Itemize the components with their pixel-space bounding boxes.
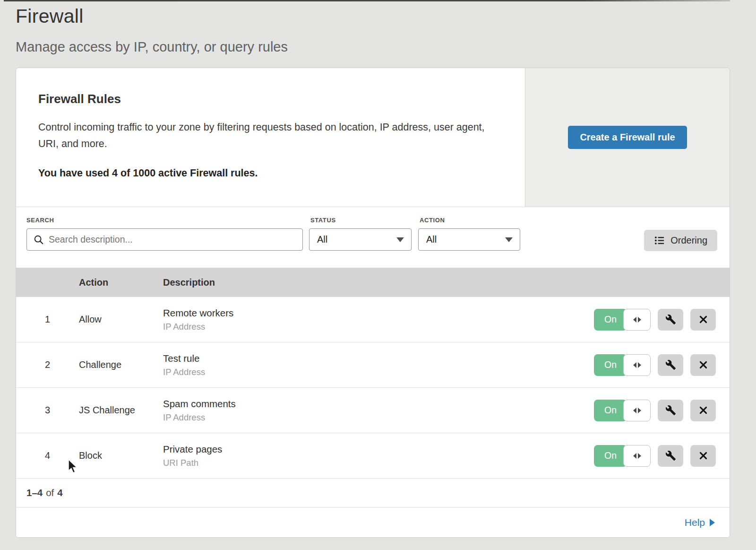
left-right-arrows-icon[interactable] xyxy=(623,309,651,331)
table-row: 3 JS Challenge Spam comments IP Address … xyxy=(16,388,730,433)
ordering-button[interactable]: Ordering xyxy=(644,230,717,251)
pagination-total: 4 xyxy=(57,487,62,498)
delete-rule-button[interactable] xyxy=(690,309,716,331)
table-row: 2 Challenge Test rule IP Address On xyxy=(16,342,730,388)
search-input[interactable] xyxy=(49,234,296,245)
wrench-icon xyxy=(665,314,676,325)
rule-enabled-toggle[interactable]: On xyxy=(594,400,651,421)
toggle-on-label: On xyxy=(594,309,627,331)
rules-intro-text: Firewall Rules Control incoming traffic … xyxy=(16,68,525,207)
rule-action: Block xyxy=(79,450,163,461)
ordering-button-label: Ordering xyxy=(670,235,707,246)
status-filter-group: STATUS All xyxy=(309,217,412,251)
edit-rule-button[interactable] xyxy=(658,309,683,331)
wrench-icon xyxy=(665,450,676,461)
delete-rule-button[interactable] xyxy=(690,400,716,421)
firewall-rules-card: Firewall Rules Control incoming traffic … xyxy=(16,68,730,538)
help-link-label: Help xyxy=(685,517,705,528)
column-header-description: Description xyxy=(163,277,730,288)
rule-number: 1 xyxy=(16,314,79,325)
toggle-on-label: On xyxy=(594,445,627,467)
left-right-arrows-icon[interactable] xyxy=(623,445,651,467)
create-firewall-rule-button[interactable]: Create a Firewall rule xyxy=(568,126,687,149)
search-icon xyxy=(34,235,44,245)
table-row: 1 Allow Remote workers IP Address On xyxy=(16,297,730,342)
rule-number: 2 xyxy=(16,359,79,370)
delete-rule-button[interactable] xyxy=(690,354,716,376)
table-body: 1 Allow Remote workers IP Address On xyxy=(16,297,730,479)
search-box[interactable] xyxy=(26,228,303,251)
x-icon xyxy=(698,405,708,415)
edit-rule-button[interactable] xyxy=(658,354,683,376)
action-select[interactable]: All xyxy=(418,228,520,251)
rule-enabled-toggle[interactable]: On xyxy=(594,309,651,331)
help-bar: Help xyxy=(16,507,730,537)
rule-controls: On xyxy=(594,309,716,331)
wrench-icon xyxy=(665,405,676,416)
rules-description: Control incoming traffic to your zone by… xyxy=(38,119,487,153)
left-right-arrows-icon[interactable] xyxy=(623,400,651,421)
table-header: Action Description xyxy=(16,268,730,297)
rule-description: Spam comments xyxy=(163,398,594,410)
rules-usage-note: You have used 4 of 1000 active Firewall … xyxy=(38,167,496,179)
page-subtitle: Manage access by IP, country, or query r… xyxy=(16,39,756,55)
create-rule-panel: Create a Firewall rule xyxy=(525,68,730,207)
chevron-down-icon xyxy=(396,237,404,242)
x-icon xyxy=(698,314,708,324)
screen-edge-artifact xyxy=(4,0,730,1)
rule-action: Challenge xyxy=(79,359,163,370)
pagination-range: 1–4 xyxy=(26,487,43,498)
toggle-on-label: On xyxy=(594,354,627,376)
rule-action: JS Challenge xyxy=(79,405,163,416)
pagination-of: of xyxy=(46,487,54,498)
action-filter-group: ACTION All xyxy=(418,217,520,251)
rule-description: Test rule xyxy=(163,353,594,364)
action-selected-value: All xyxy=(426,234,437,245)
rule-enabled-toggle[interactable]: On xyxy=(594,445,651,467)
page-title: Firewall xyxy=(16,5,756,27)
status-label: STATUS xyxy=(310,217,412,224)
rule-match-type: IP Address xyxy=(163,367,594,377)
chevron-down-icon xyxy=(505,237,513,242)
rule-description: Remote workers xyxy=(163,307,594,319)
x-icon xyxy=(698,360,708,370)
bulleted-list-icon xyxy=(654,235,665,246)
delete-rule-button[interactable] xyxy=(690,445,716,467)
rule-match-type: URI Path xyxy=(163,458,594,468)
rule-match-type: IP Address xyxy=(163,322,594,332)
rule-number: 3 xyxy=(16,405,79,416)
rule-description-cell: Test rule IP Address xyxy=(163,353,594,377)
edit-rule-button[interactable] xyxy=(658,445,683,467)
right-triangle-icon xyxy=(710,519,715,526)
rules-intro-section: Firewall Rules Control incoming traffic … xyxy=(16,68,730,207)
rule-description-cell: Remote workers IP Address xyxy=(163,307,594,332)
status-selected-value: All xyxy=(317,234,327,245)
rule-match-type: IP Address xyxy=(163,412,594,423)
rule-description: Private pages xyxy=(163,444,594,455)
search-filter-group: SEARCH xyxy=(26,217,303,251)
wrench-icon xyxy=(665,359,676,370)
rule-enabled-toggle[interactable]: On xyxy=(594,354,651,376)
x-icon xyxy=(698,451,708,461)
status-select[interactable]: All xyxy=(309,228,412,251)
pagination: 1–4 of 4 xyxy=(16,479,730,507)
toggle-on-label: On xyxy=(594,400,627,421)
page-header: Firewall Manage access by IP, country, o… xyxy=(0,0,756,55)
rule-number: 4 xyxy=(16,450,79,461)
rules-heading: Firewall Rules xyxy=(38,92,496,106)
filter-bar: SEARCH STATUS All ACTION All xyxy=(16,207,730,268)
rule-controls: On xyxy=(594,400,716,421)
rule-action: Allow xyxy=(79,314,163,325)
edit-rule-button[interactable] xyxy=(658,400,683,421)
help-link[interactable]: Help xyxy=(685,517,715,528)
column-header-action: Action xyxy=(79,277,163,288)
left-right-arrows-icon[interactable] xyxy=(623,354,651,376)
rule-controls: On xyxy=(594,354,716,376)
table-row: 4 Block Private pages URI Path On xyxy=(16,433,730,479)
rule-description-cell: Private pages URI Path xyxy=(163,444,594,468)
action-label: ACTION xyxy=(420,217,520,224)
rule-description-cell: Spam comments IP Address xyxy=(163,398,594,423)
rule-controls: On xyxy=(594,445,716,467)
search-label: SEARCH xyxy=(26,217,303,224)
